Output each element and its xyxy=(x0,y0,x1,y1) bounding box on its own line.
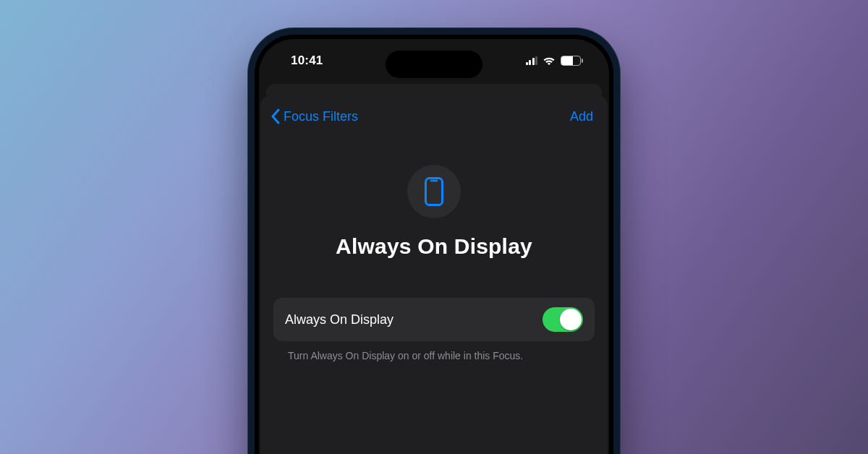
settings-group: Always On Display Turn Always On Display… xyxy=(273,298,595,361)
screen: 10:41 61 xyxy=(259,39,609,454)
status-time: 10:41 xyxy=(291,53,323,68)
always-on-display-row[interactable]: Always On Display xyxy=(273,298,595,341)
back-label: Focus Filters xyxy=(284,109,358,124)
toggle-knob xyxy=(560,309,582,330)
battery-icon: 61 xyxy=(561,56,583,66)
chevron-left-icon xyxy=(271,108,281,124)
always-on-display-toggle[interactable] xyxy=(542,307,583,332)
status-right: 61 xyxy=(526,56,584,66)
modal-sheet: Focus Filters Add Always On Display xyxy=(260,95,608,454)
row-label: Always On Display xyxy=(285,312,393,327)
battery-percent: 61 xyxy=(566,56,576,65)
add-button[interactable]: Add xyxy=(570,109,593,124)
dynamic-island xyxy=(386,51,482,78)
setting-footer: Turn Always On Display on or off while i… xyxy=(288,350,580,361)
back-button[interactable]: Focus Filters xyxy=(271,108,358,124)
background-sheet xyxy=(266,84,602,95)
svg-rect-0 xyxy=(426,179,443,205)
wifi-icon xyxy=(542,56,556,66)
phone-bezel: 10:41 61 xyxy=(255,35,613,454)
cellular-icon xyxy=(526,56,538,65)
phone-frame: 10:41 61 xyxy=(247,27,621,454)
iphone-icon xyxy=(425,177,443,206)
nav-bar: Focus Filters Add xyxy=(260,98,608,132)
hero-section: Always On Display xyxy=(260,165,608,259)
page-title: Always On Display xyxy=(336,234,532,259)
hero-icon-background xyxy=(407,165,461,218)
